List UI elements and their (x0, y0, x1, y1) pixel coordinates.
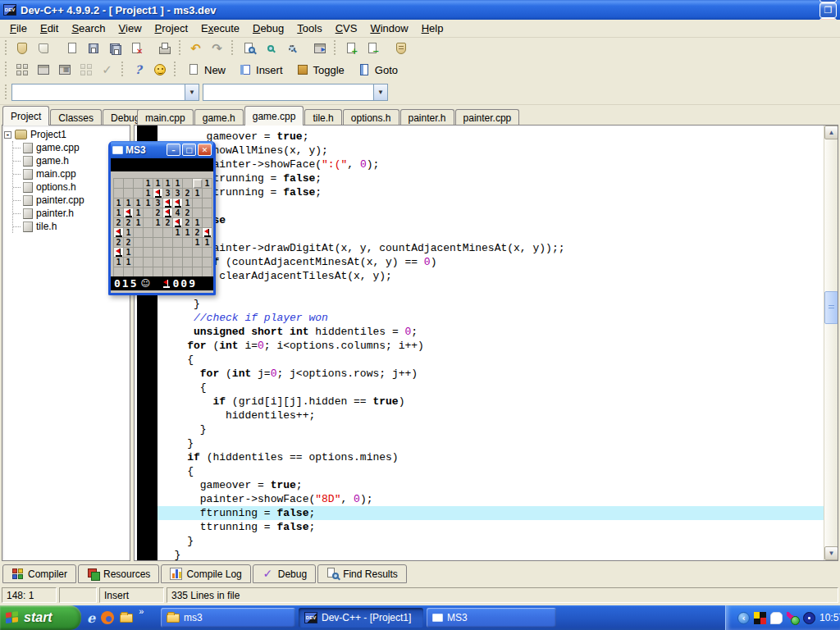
mine-cell[interactable] (114, 228, 124, 238)
mine-cell[interactable] (144, 208, 153, 218)
messenger-tray-icon[interactable] (770, 612, 783, 624)
code-line[interactable]: if (hiddentiles == options.mines) (158, 450, 824, 464)
bottom-tab-find-results[interactable]: Find Results (317, 564, 407, 583)
code-line[interactable]: gameover = true; (158, 478, 824, 492)
mine-cell[interactable]: 1 (203, 179, 212, 189)
mine-cell[interactable] (173, 218, 183, 228)
menu-window[interactable]: Window (363, 21, 414, 36)
mine-cell[interactable]: 1 (144, 189, 153, 199)
special-toggle-button[interactable]: Toggle (290, 60, 350, 80)
menu-project[interactable]: Project (148, 21, 194, 36)
code-line[interactable]: hiddentiles++; (158, 409, 824, 422)
mine-cell[interactable] (134, 189, 144, 199)
mine-cell[interactable] (173, 267, 183, 276)
pen-tray-icon[interactable] (787, 612, 799, 624)
rebuild-button[interactable] (75, 60, 96, 80)
mine-cell[interactable] (183, 267, 193, 276)
code-line[interactable]: painter->drawDigitAt(x, y, countAdjacent… (158, 241, 824, 255)
profile-button[interactable] (390, 39, 411, 58)
mine-cell[interactable]: 1 (124, 248, 134, 258)
menu-view[interactable]: View (112, 21, 148, 36)
file-tab-game-cpp[interactable]: game.cpp (244, 106, 304, 126)
mine-cell[interactable] (183, 238, 193, 248)
file-tab-tile-h[interactable]: tile.h (304, 109, 341, 126)
mine-cell[interactable]: 2 (124, 218, 134, 228)
mine-cell[interactable] (124, 267, 134, 276)
mine-cell[interactable] (144, 228, 153, 238)
mine-cell[interactable] (193, 179, 203, 189)
special-new-button[interactable]: New (180, 60, 231, 80)
mine-cell[interactable] (193, 267, 203, 276)
mine-cell[interactable] (203, 267, 212, 276)
mine-cell[interactable] (203, 248, 212, 258)
special-goto-button[interactable]: Goto (351, 60, 404, 80)
mine-cell[interactable]: 2 (163, 218, 173, 228)
code-line[interactable] (158, 199, 824, 213)
mine-cell[interactable]: 1 (183, 199, 193, 208)
mine-cell[interactable] (124, 179, 134, 189)
mine-cell[interactable] (163, 248, 173, 258)
code-line[interactable]: { (158, 464, 824, 478)
mine-cell[interactable]: 1 (124, 258, 134, 267)
new-source-button[interactable] (62, 39, 82, 58)
scrollbar-thumb[interactable] (824, 291, 838, 324)
code-line[interactable]: } (158, 422, 824, 436)
mine-cell[interactable]: 2 (183, 189, 193, 199)
compiler-combo[interactable]: ▼ (11, 84, 199, 101)
window-titlebar[interactable]: DEV Dev-C++ 4.9.9.2 - [ Project1 ] - ms3… (0, 0, 840, 20)
hide-inactive-tray-icon[interactable]: ‹ (737, 612, 750, 624)
code-line[interactable]: { (158, 381, 824, 395)
mine-cell[interactable]: 2 (193, 228, 203, 238)
code-line[interactable]: { (158, 353, 824, 367)
bottom-tab-compiler[interactable]: Compiler (2, 564, 76, 583)
open-button[interactable] (33, 39, 53, 58)
mine-cell[interactable] (163, 208, 173, 218)
mine-cell[interactable] (134, 228, 144, 238)
mine-cell[interactable] (203, 189, 212, 199)
mine-cell[interactable] (153, 228, 163, 238)
code-line[interactable]: for (int j=0; j<options.rows; j++) (158, 367, 824, 381)
remove-from-project-button[interactable]: − (362, 39, 382, 58)
save-button[interactable] (83, 39, 103, 58)
toolbar-grip[interactable] (172, 62, 178, 78)
file-tab-painter-h[interactable]: painter.h (400, 109, 454, 126)
mine-cell[interactable] (134, 238, 144, 248)
ms3-close-button[interactable]: ✕ (198, 144, 212, 156)
menu-search[interactable]: Search (65, 21, 112, 36)
mine-cell[interactable]: 1 (163, 179, 173, 189)
mine-cell[interactable]: 1 (124, 199, 134, 208)
mine-cell[interactable] (144, 267, 153, 276)
ms3-maximize-button[interactable]: □ (182, 144, 196, 156)
mine-cell[interactable] (153, 238, 163, 248)
tree-expander-icon[interactable]: - (4, 131, 11, 139)
mine-cell[interactable]: 1 (114, 199, 124, 208)
mine-cell[interactable]: 1 (124, 228, 134, 238)
toolbar-grip[interactable] (177, 40, 183, 57)
mine-cell[interactable] (124, 189, 134, 199)
mine-cell[interactable] (203, 199, 212, 208)
menu-cvs[interactable]: CVS (329, 21, 364, 36)
mine-cell[interactable] (153, 267, 163, 276)
mine-cell[interactable] (173, 199, 183, 208)
mine-cell[interactable] (144, 238, 153, 248)
mine-cell[interactable] (193, 248, 203, 258)
undo-button[interactable]: ↶ (185, 39, 206, 58)
menu-execute[interactable]: Execute (194, 21, 246, 36)
toolbar-grip[interactable] (3, 84, 9, 101)
ms3-titlebar[interactable]: MS3 –□✕ (111, 141, 213, 158)
save-all-button[interactable] (104, 39, 125, 58)
file-tab-painter-cpp[interactable]: painter.cpp (455, 109, 520, 126)
ms3-smiley-icon[interactable]: ☺ (140, 279, 149, 288)
mine-cell[interactable] (163, 238, 173, 248)
mine-cell[interactable]: 2 (183, 208, 193, 218)
code-line[interactable]: showAllMines(x, y); (158, 144, 824, 158)
mine-cell[interactable]: 1 (144, 179, 153, 189)
mine-cell[interactable] (193, 258, 203, 267)
mine-cell[interactable] (163, 267, 173, 276)
mine-cell[interactable] (173, 258, 183, 267)
class-browser-combo[interactable]: ▼ (203, 84, 388, 101)
mine-cell[interactable] (203, 218, 212, 228)
mine-cell[interactable]: 1 (203, 238, 212, 248)
mine-cell[interactable] (163, 258, 173, 267)
mine-cell[interactable] (173, 238, 183, 248)
